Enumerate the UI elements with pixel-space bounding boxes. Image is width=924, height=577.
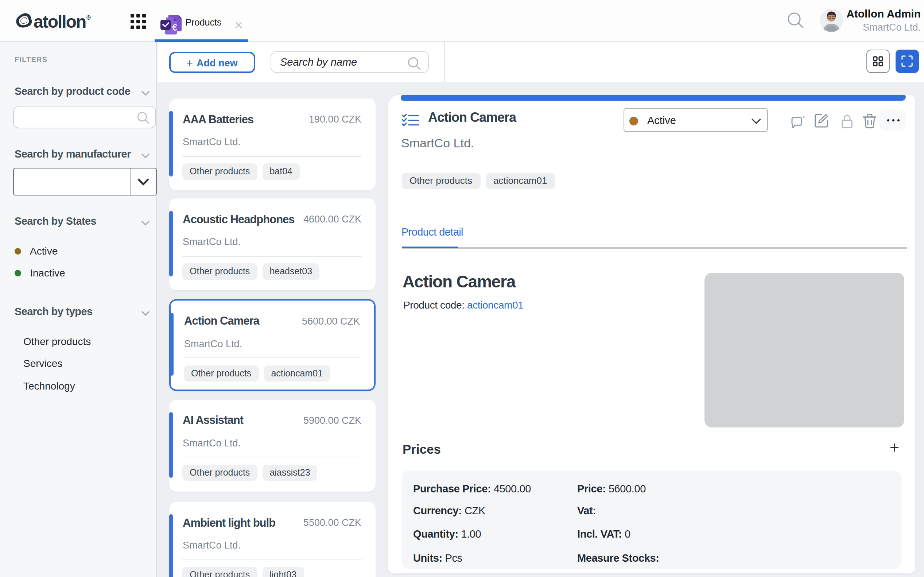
svg-text:€: € <box>172 22 177 33</box>
